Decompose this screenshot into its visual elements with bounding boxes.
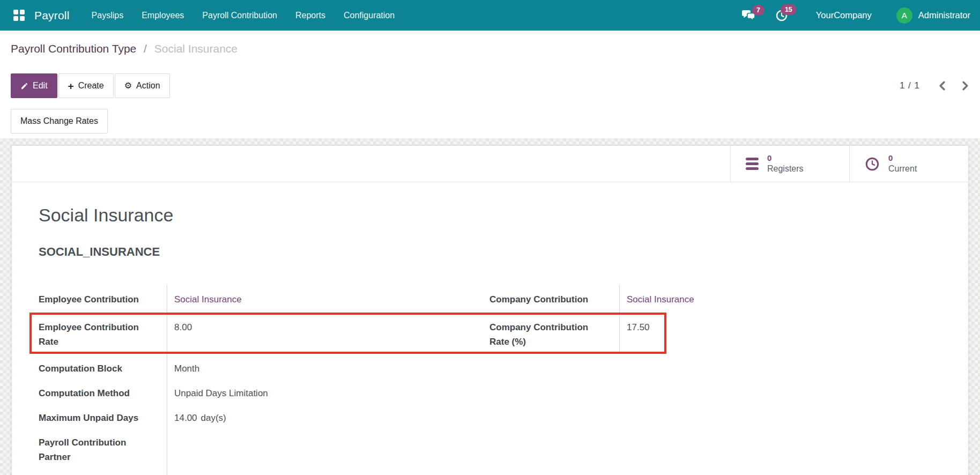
pager-value: 1 / 1 — [900, 80, 920, 91]
field-row: Computation Block Month — [39, 354, 489, 378]
action-button[interactable]: ⚙ Action — [115, 73, 170, 98]
field-value-employee-contribution-link[interactable]: Social Insurance — [174, 294, 242, 305]
create-button-label: Create — [78, 81, 104, 91]
field-row: Payroll Contribution Partner — [39, 428, 489, 475]
list-icon — [746, 158, 759, 170]
company-switcher[interactable]: YourCompany — [816, 10, 872, 20]
registers-count: 0 — [767, 153, 804, 164]
field-value-computation-method: Unpaid Days Limitation — [167, 378, 489, 403]
field-label-payroll-contribution-partner: Payroll Contribution Partner — [39, 428, 167, 475]
field-label-maximum-unpaid-days: Maximum Unpaid Days — [39, 403, 167, 428]
record-title: Social Insurance — [39, 204, 941, 226]
field-row: Employee Contribution Social Insurance — [39, 285, 489, 313]
pager: 1 / 1 — [900, 73, 969, 98]
secondary-actions-row: Mass Change Rates — [0, 109, 980, 133]
gear-icon: ⚙ — [124, 81, 132, 90]
field-label-computation-block: Computation Block — [39, 354, 167, 378]
field-column-right: Company Contribution Social Insurance Co… — [489, 285, 941, 475]
field-label-company-contribution-rate: Company Contribution Rate (%) — [489, 313, 620, 354]
field-value-company-contribution-link[interactable]: Social Insurance — [627, 294, 694, 305]
activities-badge: 15 — [781, 4, 797, 16]
field-unit-days: day(s) — [201, 413, 226, 423]
field-label-employee-contribution: Employee Contribution — [39, 285, 167, 313]
registers-stat-button[interactable]: 0 Registers — [730, 146, 849, 182]
top-navbar: Payroll Payslips Employees Payroll Contr… — [0, 0, 980, 31]
form-body: Social Insurance SOCIAL_INSURANCE Employ… — [12, 182, 968, 475]
activities-icon[interactable]: 15 — [775, 9, 788, 22]
record-code: SOCIAL_INSURANCE — [39, 244, 941, 259]
apps-menu-icon[interactable] — [10, 6, 28, 25]
menu-payroll-contribution[interactable]: Payroll Contribution — [193, 0, 286, 31]
stat-button-box: 0 Registers 0 Current — [12, 146, 968, 182]
clock-icon — [865, 157, 880, 172]
menu-reports[interactable]: Reports — [286, 0, 335, 31]
main-menu: Payslips Employees Payroll Contribution … — [83, 0, 404, 31]
current-label: Current — [888, 164, 917, 174]
breadcrumb-separator: / — [144, 42, 147, 55]
current-count: 0 — [888, 153, 917, 164]
field-row: Company Contribution Social Insurance — [489, 285, 941, 313]
messages-icon[interactable]: 7 — [742, 10, 756, 21]
field-row: Maximum Unpaid Days 14.00day(s) — [39, 403, 489, 428]
field-label-employee-contribution-rate: Employee Contribution Rate — [39, 313, 167, 354]
pager-next-button[interactable] — [962, 81, 969, 91]
content-area: 0 Registers 0 Current Social Insurance S… — [0, 138, 980, 475]
form-sheet: 0 Registers 0 Current Social Insurance S… — [12, 146, 968, 475]
field-row: Employee Contribution Rate 8.00 — [39, 313, 489, 354]
mass-change-rates-button[interactable]: Mass Change Rates — [11, 109, 108, 133]
field-value-company-contribution-rate: 17.50 — [620, 313, 941, 354]
create-button[interactable]: + Create — [58, 73, 114, 98]
current-stat-button[interactable]: 0 Current — [849, 146, 968, 182]
menu-configuration[interactable]: Configuration — [335, 0, 404, 31]
chevron-left-icon — [938, 81, 946, 91]
field-label-computation-method: Computation Method — [39, 378, 167, 403]
action-button-label: Action — [136, 81, 160, 91]
field-value-maximum-unpaid-days: 14.00 — [174, 413, 197, 423]
field-value-employee-contribution-rate: 8.00 — [167, 313, 489, 354]
field-column-left: Employee Contribution Social Insurance E… — [39, 285, 489, 475]
field-value-payroll-contribution-partner — [167, 428, 489, 475]
app-name[interactable]: Payroll — [34, 9, 70, 22]
breadcrumb-parent-link[interactable]: Payroll Contribution Type — [11, 42, 136, 55]
edit-button[interactable]: Edit — [11, 73, 57, 98]
user-menu[interactable]: Administrator — [918, 10, 970, 20]
plus-icon: + — [68, 81, 74, 91]
messages-badge: 7 — [752, 5, 764, 16]
pager-previous-button[interactable] — [938, 81, 946, 91]
field-group: Employee Contribution Social Insurance E… — [39, 285, 941, 475]
breadcrumb: Payroll Contribution Type / Social Insur… — [0, 31, 980, 56]
edit-button-label: Edit — [33, 81, 48, 91]
breadcrumb-current: Social Insurance — [154, 42, 237, 55]
control-panel: Payroll Contribution Type / Social Insur… — [0, 31, 980, 138]
registers-label: Registers — [767, 164, 804, 174]
menu-employees[interactable]: Employees — [132, 0, 193, 31]
field-row: Computation Method Unpaid Days Limitatio… — [39, 378, 489, 403]
field-label-company-contribution: Company Contribution — [489, 285, 620, 313]
systray: 7 15 YourCompany A Administrator — [742, 8, 970, 24]
field-row: Company Contribution Rate (%) 17.50 — [489, 313, 941, 354]
user-avatar[interactable]: A — [896, 8, 912, 24]
toolbar: Edit + Create ⚙ Action 1 / 1 — [0, 73, 980, 98]
pencil-icon — [20, 82, 28, 90]
chevron-right-icon — [962, 81, 969, 91]
menu-payslips[interactable]: Payslips — [83, 0, 133, 31]
field-value-computation-block: Month — [167, 354, 489, 378]
